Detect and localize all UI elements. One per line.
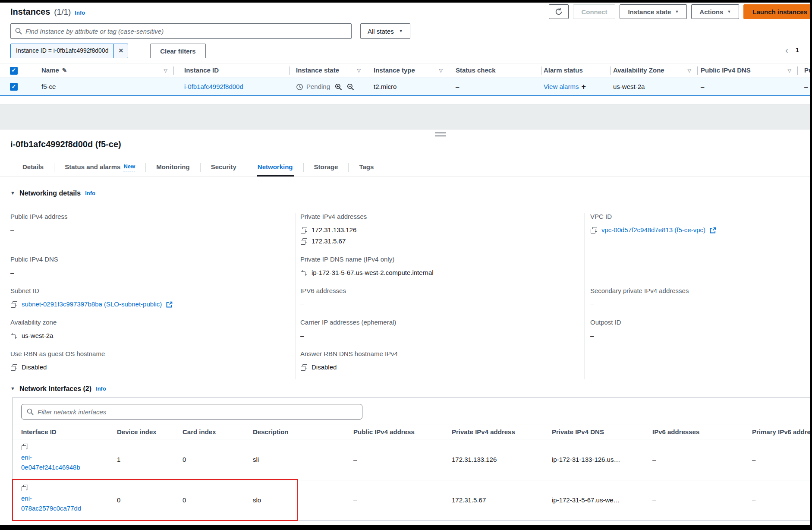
- split-drag-handle-icon[interactable]: [435, 132, 446, 136]
- detail-tabs: Details Status and alarms New Monitoring…: [0, 158, 812, 177]
- column-header-name[interactable]: Name: [41, 66, 59, 75]
- column-header-ipv6[interactable]: IPv6 addresses: [652, 428, 699, 436]
- card-index-value: 0: [183, 496, 186, 505]
- column-header-primary-ipv6[interactable]: Primary IPv6 address: [752, 428, 812, 436]
- instance-count: (1/1): [54, 7, 71, 17]
- select-all-checkbox[interactable]: ✓: [10, 67, 18, 75]
- row-checkbox[interactable]: ✓: [10, 83, 18, 91]
- launch-instances-button[interactable]: Launch instances: [743, 4, 812, 19]
- tab-label: Security: [211, 163, 236, 171]
- vpc-link[interactable]: vpc-00d57f2c948d7e813 (f5-ce-vpc): [601, 226, 705, 234]
- tab-monitoring[interactable]: Monitoring: [146, 158, 200, 176]
- collapse-triangle-icon[interactable]: ▼: [10, 386, 15, 392]
- network-interfaces-info-link[interactable]: Info: [96, 385, 106, 392]
- column-header-instance-state[interactable]: Instance state: [296, 66, 339, 75]
- copy-icon[interactable]: [590, 227, 598, 234]
- clear-filters-button[interactable]: Clear filters: [150, 44, 206, 58]
- field-label: Subnet ID: [10, 287, 295, 295]
- private-ipv4-value: 172.31.133.126: [452, 456, 497, 464]
- column-header-availability-zone[interactable]: Availability Zone: [613, 66, 664, 75]
- card-index-value: 0: [183, 456, 186, 464]
- column-header-instance-type[interactable]: Instance type: [374, 66, 415, 75]
- field-value: Disabled: [312, 363, 337, 372]
- subnet-link[interactable]: subnet-0291f3c997397b8ba (SLO-subnet-pub…: [22, 300, 162, 309]
- copy-icon[interactable]: [300, 227, 308, 234]
- field-label: Outpost ID: [590, 319, 802, 327]
- field-label: Availability zone: [10, 319, 295, 327]
- view-alarms-link[interactable]: View alarms: [544, 83, 579, 91]
- page-title: Instances: [10, 6, 50, 17]
- networking-details-info-link[interactable]: Info: [85, 190, 95, 197]
- eni-row-slo[interactable]: eni- 078ac2579c0ca77dd 0 0 slo – 172.31.…: [13, 480, 812, 521]
- pagination-page-1[interactable]: 1: [796, 46, 799, 54]
- copy-icon[interactable]: [21, 443, 28, 451]
- column-header-alarm-status[interactable]: Alarm status: [544, 66, 583, 75]
- tab-networking[interactable]: Networking: [247, 158, 303, 176]
- instances-info-link[interactable]: Info: [75, 9, 85, 16]
- column-header-interface-id[interactable]: Interface ID: [21, 428, 57, 436]
- tab-label: Details: [22, 163, 44, 171]
- tab-storage[interactable]: Storage: [304, 158, 349, 176]
- actions-button[interactable]: Actions ▼: [691, 4, 739, 19]
- state-filter-label: All states: [368, 28, 394, 35]
- eni-filter-input[interactable]: [38, 408, 357, 416]
- connect-button[interactable]: Connect: [573, 4, 615, 19]
- add-alarm-plus-icon[interactable]: +: [581, 82, 586, 92]
- eni-id-link[interactable]: eni- 078ac2579c0ca77dd: [21, 493, 81, 513]
- instance-state-button[interactable]: Instance state ▼: [620, 4, 687, 19]
- copy-icon[interactable]: [10, 332, 18, 340]
- eni-id-line2: 0e047ef241c46948b: [21, 462, 80, 472]
- window-bottom-border: [0, 525, 812, 530]
- tab-tags[interactable]: Tags: [349, 158, 384, 176]
- state-filter-select[interactable]: All states ▼: [360, 23, 410, 39]
- eni-id-link[interactable]: eni- 0e047ef241c46948b: [21, 452, 80, 472]
- column-header-public-ipv4-dns[interactable]: Public IPv4 DNS: [701, 66, 751, 75]
- pagination-prev-icon[interactable]: ‹: [785, 45, 788, 56]
- field-label: Public IPv4 DNS: [10, 256, 295, 264]
- column-header-card-index[interactable]: Card index: [183, 428, 216, 436]
- network-interfaces-card: Interface ID Device index Card index Des…: [12, 398, 812, 521]
- filter-token-label: Instance ID = i-0fb1afc4992f8d00d: [11, 44, 113, 58]
- filter-similar-include-icon[interactable]: [335, 83, 342, 91]
- sort-icon[interactable]: ▽: [164, 68, 167, 74]
- external-link-icon[interactable]: [709, 227, 716, 234]
- copy-icon[interactable]: [21, 484, 28, 492]
- edit-pencil-icon[interactable]: ✎: [62, 67, 67, 75]
- tab-status-and-alarms[interactable]: Status and alarms New: [54, 158, 145, 176]
- filter-similar-exclude-icon[interactable]: [347, 83, 354, 91]
- sort-icon[interactable]: ▽: [357, 68, 361, 74]
- eni-filter[interactable]: [21, 404, 362, 420]
- instance-row[interactable]: ✓ f5-ce i-0fb1afc4992f8d00d Pending t2.m…: [0, 78, 812, 96]
- search-input[interactable]: [25, 28, 347, 35]
- column-header-device-index[interactable]: Device index: [117, 428, 157, 436]
- remove-filter-button[interactable]: ✕: [113, 44, 128, 58]
- copy-icon[interactable]: [300, 269, 308, 277]
- tab-details[interactable]: Details: [10, 158, 54, 176]
- refresh-button[interactable]: [549, 4, 569, 19]
- sort-icon[interactable]: ▽: [688, 68, 691, 74]
- column-header-public-ipv4[interactable]: Public IPv4 address: [353, 428, 415, 436]
- copy-icon[interactable]: [300, 238, 308, 245]
- column-header-instance-id[interactable]: Instance ID: [184, 66, 219, 75]
- eni-id-line2: 078ac2579c0ca77dd: [21, 503, 81, 513]
- tab-security[interactable]: Security: [201, 158, 247, 176]
- copy-icon[interactable]: [10, 301, 18, 308]
- instance-search[interactable]: [10, 23, 352, 39]
- refresh-icon: [555, 8, 563, 16]
- external-link-icon[interactable]: [166, 301, 173, 308]
- tab-label: Storage: [314, 163, 338, 171]
- column-header-status-check[interactable]: Status check: [456, 66, 496, 75]
- column-header-private-ipv4[interactable]: Private IPv4 address: [452, 428, 515, 436]
- eni-row-sli[interactable]: eni- 0e047ef241c46948b 1 0 sli – 172.31.…: [13, 439, 812, 480]
- description-value: sli: [253, 456, 259, 464]
- copy-icon[interactable]: [10, 364, 18, 371]
- copy-icon[interactable]: [300, 364, 308, 371]
- column-header-description[interactable]: Description: [253, 428, 289, 436]
- sort-icon[interactable]: ▽: [439, 68, 443, 74]
- column-header-private-ipv4-dns[interactable]: Private IPv4 DNS: [552, 428, 604, 436]
- collapse-triangle-icon[interactable]: ▼: [10, 190, 15, 196]
- search-icon: [15, 28, 22, 35]
- instance-id-link[interactable]: i-0fb1afc4992f8d00d: [184, 83, 243, 91]
- sort-icon[interactable]: ▽: [788, 68, 791, 74]
- networking-details-header: ▼ Networking details Info: [10, 189, 802, 198]
